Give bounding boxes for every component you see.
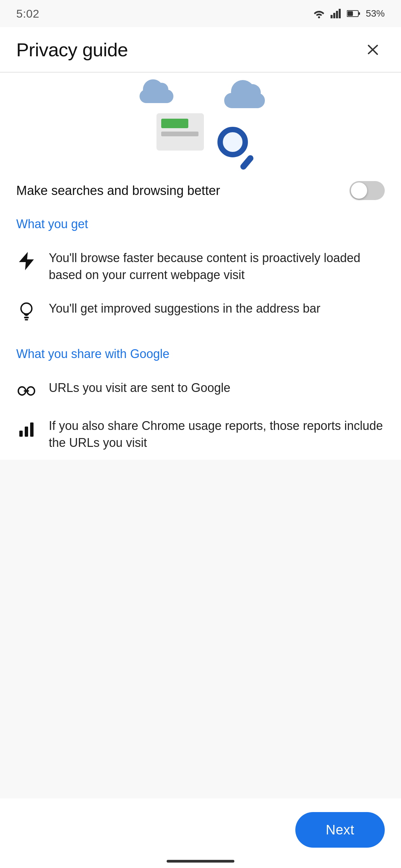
browsing-toggle[interactable] xyxy=(350,181,385,200)
cloud-left-icon xyxy=(140,90,173,103)
doc-green-bar xyxy=(161,119,188,128)
document-icon xyxy=(156,113,204,151)
what-you-share-title: What you share with Google xyxy=(16,347,385,361)
close-button[interactable] xyxy=(360,37,385,62)
svg-rect-3 xyxy=(339,9,341,18)
home-indicator xyxy=(167,860,234,863)
link-icon xyxy=(16,381,37,401)
what-you-get-section: What you get You'll browse faster becaus… xyxy=(16,217,385,330)
svg-rect-0 xyxy=(331,15,333,18)
page-title: Privacy guide xyxy=(16,39,128,61)
what-you-get-title: What you get xyxy=(16,217,385,231)
feature-text-suggestions: You'll get improved suggestions in the a… xyxy=(49,300,320,317)
status-time: 5:02 xyxy=(16,7,39,20)
illustration xyxy=(16,73,385,167)
toggle-label: Make searches and browsing better xyxy=(16,183,350,198)
svg-rect-14 xyxy=(25,427,28,437)
status-bar: 5:02 53% xyxy=(0,0,401,27)
feature-text-speed: You'll browse faster because content is … xyxy=(49,250,385,284)
svg-rect-2 xyxy=(336,11,338,18)
battery-icon xyxy=(347,10,360,17)
svg-rect-15 xyxy=(30,422,34,437)
close-icon xyxy=(364,41,381,58)
what-you-get-list: You'll browse faster because content is … xyxy=(16,241,385,330)
battery-percentage: 53% xyxy=(366,8,385,19)
bar-chart-icon xyxy=(16,419,37,439)
list-item: URLs you visit are sent to Google xyxy=(16,371,385,409)
magnifier-circle xyxy=(217,127,248,157)
feature-text-reports: If you also share Chrome usage reports, … xyxy=(49,417,385,452)
svg-rect-9 xyxy=(24,317,29,318)
lightbulb-icon xyxy=(16,301,37,322)
svg-rect-6 xyxy=(347,11,353,16)
toggle-knob xyxy=(351,182,367,199)
wifi-icon xyxy=(313,9,325,18)
bolt-icon xyxy=(16,251,37,271)
feature-text-urls: URLs you visit are sent to Google xyxy=(49,379,230,396)
svg-rect-13 xyxy=(19,431,23,437)
header: Privacy guide xyxy=(0,27,401,72)
svg-point-8 xyxy=(21,303,32,314)
doc-gray-bar xyxy=(161,132,198,136)
signal-icon xyxy=(331,9,341,18)
svg-rect-1 xyxy=(333,13,335,18)
toggle-row: Make searches and browsing better xyxy=(16,167,385,217)
svg-marker-7 xyxy=(19,252,34,270)
status-icons: 53% xyxy=(313,8,385,19)
what-you-share-section: What you share with Google URLs you visi… xyxy=(16,347,385,460)
svg-rect-10 xyxy=(25,319,28,320)
cloud-right-icon xyxy=(224,93,265,108)
list-item: You'll get improved suggestions in the a… xyxy=(16,292,385,330)
what-you-share-list: URLs you visit are sent to Google If you… xyxy=(16,371,385,460)
magnifier-icon xyxy=(217,127,248,157)
next-button[interactable]: Next xyxy=(295,812,385,848)
main-content: Make searches and browsing better What y… xyxy=(0,73,401,460)
svg-rect-5 xyxy=(359,12,360,15)
list-item: You'll browse faster because content is … xyxy=(16,241,385,292)
bottom-nav: Next xyxy=(0,798,401,868)
list-item: If you also share Chrome usage reports, … xyxy=(16,409,385,460)
